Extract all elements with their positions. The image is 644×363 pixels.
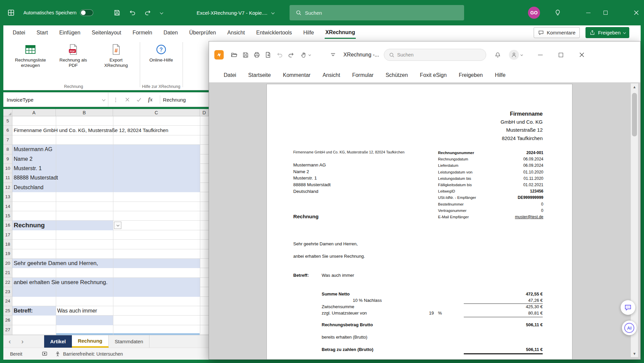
row-header[interactable]: 19 xyxy=(3,249,12,258)
row-header[interactable]: 14 xyxy=(3,202,12,211)
cell-a11[interactable]: 88888 Musterstadt xyxy=(14,173,58,183)
cell-a12[interactable]: Deutschland xyxy=(14,183,43,192)
foxit-search-input[interactable] xyxy=(397,52,471,57)
minimize-button[interactable] xyxy=(580,0,596,25)
save-button[interactable] xyxy=(110,5,124,20)
sheet-tab-artikel[interactable]: Artikel xyxy=(44,335,72,348)
qat-customize-button[interactable] xyxy=(156,5,166,20)
minimize-button[interactable] xyxy=(533,47,548,62)
row-header[interactable]: 23 xyxy=(3,287,12,296)
row-header[interactable]: 16 xyxy=(3,221,12,230)
cell-a9[interactable]: Name 2 xyxy=(14,154,32,164)
maximize-button[interactable] xyxy=(554,47,568,62)
online-help-button[interactable]: ? Online-Hilfe xyxy=(147,42,175,64)
macro-record-button[interactable] xyxy=(42,351,47,357)
account-button[interactable] xyxy=(506,49,525,60)
scroll-down-icon[interactable]: ▼ xyxy=(631,350,638,357)
insert-function-icon[interactable]: fx xyxy=(148,97,152,103)
redo-button[interactable] xyxy=(141,5,154,20)
row-header[interactable]: 20 xyxy=(3,259,12,268)
cancel-entry-icon[interactable] xyxy=(125,97,130,102)
ribbon-tab-datei[interactable]: Datei xyxy=(12,27,26,38)
menu-schuetzen[interactable]: Schützen xyxy=(386,72,408,78)
chat-assistant-button[interactable] xyxy=(621,300,635,315)
invoice-as-pdf-button[interactable]: PDF Rechnung als PDF xyxy=(53,42,94,70)
scrollbar-thumb[interactable] xyxy=(632,93,637,136)
share-button[interactable]: Freigeben xyxy=(585,27,629,38)
column-header-c[interactable]: C xyxy=(113,109,200,116)
cell-a16[interactable]: Rechnung xyxy=(14,221,45,230)
cell-b25[interactable]: Was auch immer xyxy=(57,306,97,316)
maximize-button[interactable] xyxy=(598,0,613,25)
filled-cell-b26[interactable] xyxy=(56,316,113,325)
name-box[interactable]: InvoiceType xyxy=(3,93,108,107)
row-header[interactable]: 26 xyxy=(3,316,12,325)
row-header[interactable]: 6 xyxy=(3,126,12,135)
cell-a25[interactable]: Betreff: xyxy=(14,306,33,316)
more-tools-button[interactable] xyxy=(327,49,339,60)
cell-a22[interactable]: anbei erhalten Sie unsere Rechnung. xyxy=(14,278,108,287)
sheet-tab-stammdaten[interactable]: Stammdaten xyxy=(109,335,149,348)
row-header[interactable]: 9 xyxy=(3,154,12,164)
ribbon-tab-start[interactable]: Start xyxy=(36,27,48,38)
print-button[interactable] xyxy=(251,49,262,60)
undo-button[interactable] xyxy=(126,5,139,20)
ai-assistant-button[interactable]: AI xyxy=(622,321,637,335)
accessibility-status[interactable]: Barrierefreiheit: Untersuchen xyxy=(55,351,123,357)
row-header[interactable]: 8 xyxy=(3,145,12,154)
invoice-list-button[interactable]: Rechnungsliste erzeugen xyxy=(10,42,51,70)
account-button[interactable]: GO xyxy=(528,0,540,25)
row-header[interactable]: 5 xyxy=(3,116,12,126)
foxit-search-box[interactable] xyxy=(384,49,486,61)
ribbon-tab-ansicht[interactable]: Ansicht xyxy=(227,27,245,38)
row-header[interactable]: 18 xyxy=(3,240,12,249)
scroll-up-icon[interactable]: ▲ xyxy=(631,84,638,90)
row-header[interactable]: 13 xyxy=(3,192,12,202)
export-xrechnung-button[interactable]: # Export XRechnung xyxy=(96,42,136,70)
row-header[interactable]: 27 xyxy=(3,325,12,335)
menu-startseite[interactable]: Startseite xyxy=(248,72,271,78)
more-options-icon[interactable]: ⋮ xyxy=(113,97,118,103)
row-header[interactable]: 21 xyxy=(3,268,12,277)
menu-hilfe[interactable]: Hilfe xyxy=(495,72,506,78)
excel-search-box[interactable] xyxy=(290,5,464,20)
export-page-button[interactable] xyxy=(262,49,274,60)
notifications-button[interactable] xyxy=(492,49,504,60)
sheet-tab-rechnung[interactable]: Rechnung xyxy=(72,335,109,348)
row-header[interactable]: 7 xyxy=(3,135,12,145)
column-header-d[interactable]: D xyxy=(200,109,209,116)
sheet-nav-right-icon[interactable]: › xyxy=(16,335,29,348)
comments-button[interactable]: Kommentare xyxy=(534,27,580,38)
ribbon-tab-einfuegen[interactable]: Einfügen xyxy=(59,27,81,38)
cell-a20[interactable]: Sehr geehrte Damen und Herren, xyxy=(14,259,98,268)
row-header[interactable]: 25 xyxy=(3,306,12,316)
formula-input[interactable]: Rechnung xyxy=(163,97,186,103)
menu-kommentar[interactable]: Kommentar xyxy=(283,72,311,78)
cells-area[interactable]: Firmenname GmbH und Co. KG, Musterstraße… xyxy=(12,116,209,335)
row-header[interactable]: 17 xyxy=(3,230,12,240)
data-validation-dropdown[interactable] xyxy=(114,222,121,229)
row-header[interactable]: 15 xyxy=(3,211,12,221)
menu-freigeben[interactable]: Freigeben xyxy=(459,72,483,78)
column-header-b[interactable]: B xyxy=(56,109,113,116)
cell-a8[interactable]: Mustermann AG xyxy=(14,145,52,154)
row-header[interactable]: 24 xyxy=(3,296,12,306)
ribbon-tab-seitenlayout[interactable]: Seitenlayout xyxy=(91,27,122,38)
ribbon-tab-entwicklertools[interactable]: Entwicklertools xyxy=(255,27,293,38)
menu-foxit-esign[interactable]: Foxit eSign xyxy=(420,72,447,78)
autosave-toggle[interactable] xyxy=(80,9,93,16)
ribbon-tab-hilfe[interactable]: Hilfe xyxy=(303,27,315,38)
close-button[interactable] xyxy=(574,47,589,62)
cell-a6[interactable]: Firmenname GmbH und Co. KG, Musterstraße… xyxy=(14,126,168,135)
ribbon-tab-xrechnung[interactable]: XRechnung xyxy=(325,26,356,39)
ribbon-tab-daten[interactable]: Daten xyxy=(163,27,179,38)
row-header[interactable]: 22 xyxy=(3,278,12,287)
sheet-nav-left-icon[interactable]: ‹ xyxy=(3,335,16,348)
autosave-control[interactable]: Automatisches Speichern xyxy=(23,0,93,25)
hand-tool-button[interactable] xyxy=(297,49,314,60)
menu-ansicht[interactable]: Ansicht xyxy=(323,72,340,78)
excel-app-icon[interactable] xyxy=(7,0,15,25)
tips-button[interactable] xyxy=(551,5,564,20)
close-button[interactable] xyxy=(629,0,644,25)
document-title-control[interactable]: Excel-XRechnung-V7 - Kopie.... xyxy=(197,0,274,25)
